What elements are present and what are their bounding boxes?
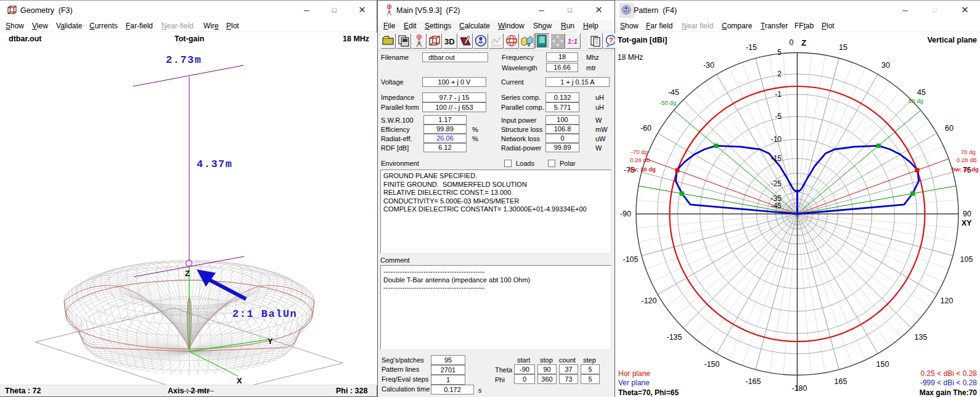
svg-text:Max gain The:70: Max gain The:70 <box>920 388 978 397</box>
svg-text:-60: -60 <box>640 124 651 133</box>
svg-text:Ver plane: Ver plane <box>618 379 650 387</box>
svg-text:-70 dg: -70 dg <box>631 149 648 155</box>
svg-text:-165: -165 <box>745 377 761 386</box>
svg-text:-135: -135 <box>666 333 682 342</box>
svg-text:-120: -120 <box>641 297 656 305</box>
svg-text:-30: -30 <box>703 61 714 70</box>
svg-text:2: 2 <box>777 70 782 78</box>
svg-text:Y: Y <box>267 337 273 346</box>
svg-text:bw: 30 dg: bw: 30 dg <box>629 166 656 173</box>
svg-text:bw: 30 dg: bw: 30 dg <box>952 166 979 173</box>
svg-text:-45: -45 <box>668 88 679 97</box>
svg-text:Theta=70, Phi=65: Theta=70, Phi=65 <box>618 388 679 397</box>
svg-text:Hor plane: Hor plane <box>618 369 650 378</box>
svg-text:-50 dg: -50 dg <box>659 99 676 106</box>
svg-text:-25: -25 <box>771 179 782 188</box>
svg-text:45: 45 <box>917 88 926 97</box>
svg-text:-150: -150 <box>704 360 719 369</box>
svg-text:0.28 dB: 0.28 dB <box>630 157 650 163</box>
svg-text:-90: -90 <box>620 210 631 218</box>
svg-text:4.37m: 4.37m <box>197 158 233 170</box>
svg-text:-15: -15 <box>771 154 782 163</box>
svg-text:165: 165 <box>835 377 847 386</box>
svg-text:70 dg: 70 dg <box>961 149 976 155</box>
svg-text:150: 150 <box>876 360 889 369</box>
svg-text:2:1 BalUn: 2:1 BalUn <box>232 308 297 320</box>
svg-text:0.25 < dBi < 0.28: 0.25 < dBi < 0.28 <box>921 369 978 378</box>
svg-text:135: 135 <box>915 333 928 342</box>
svg-text:50 dg: 50 dg <box>909 97 923 104</box>
svg-text:120: 120 <box>941 297 953 305</box>
svg-text:Z: Z <box>801 38 806 47</box>
svg-text:-5: -5 <box>775 112 782 121</box>
svg-text:90: 90 <box>963 210 971 218</box>
svg-text:0: 0 <box>790 38 794 47</box>
svg-text:30: 30 <box>881 61 890 70</box>
svg-text:-45: -45 <box>771 202 782 210</box>
svg-text:-1: -1 <box>775 90 782 99</box>
svg-text:2.73m: 2.73m <box>166 54 202 66</box>
svg-text:Z: Z <box>185 269 190 278</box>
svg-text:5: 5 <box>777 48 782 57</box>
svg-text:-180: -180 <box>791 384 807 393</box>
svg-text:-105: -105 <box>623 255 638 264</box>
svg-text:60: 60 <box>945 124 953 133</box>
svg-text:-15: -15 <box>746 43 757 52</box>
svg-text:-10: -10 <box>771 135 782 144</box>
svg-text:15: 15 <box>839 43 847 52</box>
svg-text:-999 < dBi < 0.28: -999 < dBi < 0.28 <box>920 379 977 387</box>
svg-text:X: X <box>237 376 242 385</box>
svg-text:105: 105 <box>960 255 973 264</box>
svg-text:XY: XY <box>962 219 972 227</box>
svg-text:0.28 dB: 0.28 dB <box>957 157 977 163</box>
